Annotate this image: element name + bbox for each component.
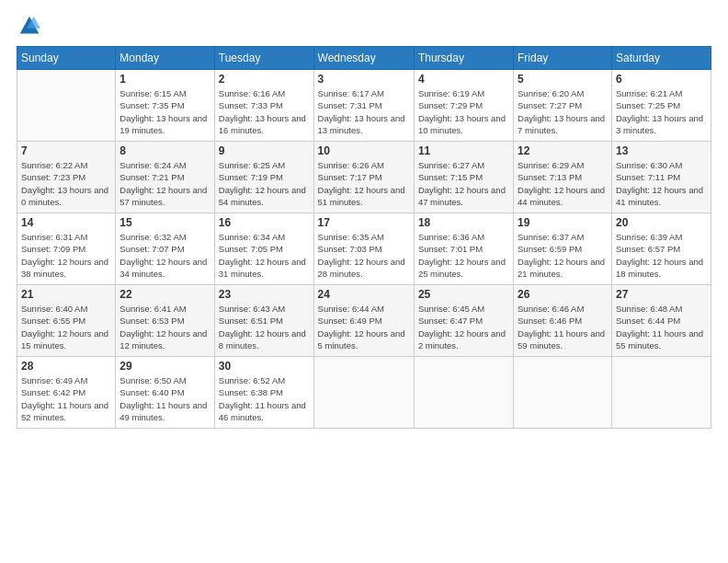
calendar-cell: 14Sunrise: 6:31 AMSunset: 7:09 PMDayligh… — [17, 213, 116, 285]
calendar-cell: 10Sunrise: 6:26 AMSunset: 7:17 PMDayligh… — [313, 142, 414, 213]
calendar-cell: 23Sunrise: 6:43 AMSunset: 6:51 PMDayligh… — [214, 285, 313, 357]
calendar-cell: 30Sunrise: 6:52 AMSunset: 6:38 PMDayligh… — [214, 357, 313, 429]
calendar-cell: 11Sunrise: 6:27 AMSunset: 7:15 PMDayligh… — [414, 142, 513, 213]
day-detail: Sunrise: 6:45 AMSunset: 6:47 PMDaylight:… — [418, 303, 509, 351]
weekday-header: Monday — [116, 47, 214, 70]
day-detail: Sunrise: 6:22 AMSunset: 7:23 PMDaylight:… — [21, 159, 111, 208]
day-detail: Sunrise: 6:40 AMSunset: 6:55 PMDaylight:… — [21, 303, 111, 351]
day-number: 27 — [616, 288, 707, 301]
day-number: 5 — [518, 73, 608, 86]
day-detail: Sunrise: 6:19 AMSunset: 7:29 PMDaylight:… — [418, 87, 509, 136]
day-detail: Sunrise: 6:34 AMSunset: 7:05 PMDaylight:… — [219, 231, 310, 280]
day-detail: Sunrise: 6:15 AMSunset: 7:35 PMDaylight:… — [119, 87, 210, 136]
weekday-header: Tuesday — [214, 47, 313, 70]
day-number: 6 — [616, 73, 707, 86]
weekday-header: Saturday — [611, 47, 711, 70]
calendar-header-row: SundayMondayTuesdayWednesdayThursdayFrid… — [17, 47, 711, 70]
day-number: 28 — [21, 360, 111, 373]
calendar-cell: 1Sunrise: 6:15 AMSunset: 7:35 PMDaylight… — [116, 70, 214, 142]
weekday-header: Sunday — [17, 47, 116, 70]
calendar-cell: 15Sunrise: 6:32 AMSunset: 7:07 PMDayligh… — [116, 213, 214, 285]
day-detail: Sunrise: 6:29 AMSunset: 7:13 PMDaylight:… — [518, 159, 608, 208]
day-detail: Sunrise: 6:46 AMSunset: 6:46 PMDaylight:… — [518, 303, 608, 351]
day-detail: Sunrise: 6:39 AMSunset: 6:57 PMDaylight:… — [616, 231, 707, 280]
calendar-week-row: 28Sunrise: 6:49 AMSunset: 6:42 PMDayligh… — [17, 357, 711, 429]
calendar-cell: 13Sunrise: 6:30 AMSunset: 7:11 PMDayligh… — [611, 142, 711, 213]
calendar-cell — [17, 70, 116, 142]
day-number: 18 — [418, 216, 509, 229]
calendar-cell: 19Sunrise: 6:37 AMSunset: 6:59 PMDayligh… — [514, 213, 612, 285]
day-detail: Sunrise: 6:30 AMSunset: 7:11 PMDaylight:… — [616, 159, 707, 208]
day-detail: Sunrise: 6:43 AMSunset: 6:51 PMDaylight:… — [219, 303, 310, 351]
day-number: 26 — [518, 288, 608, 301]
calendar-cell: 6Sunrise: 6:21 AMSunset: 7:25 PMDaylight… — [611, 70, 711, 142]
calendar-week-row: 7Sunrise: 6:22 AMSunset: 7:23 PMDaylight… — [17, 142, 711, 213]
day-detail: Sunrise: 6:17 AMSunset: 7:31 PMDaylight:… — [318, 87, 410, 136]
calendar-cell: 27Sunrise: 6:48 AMSunset: 6:44 PMDayligh… — [611, 285, 711, 357]
calendar-cell: 24Sunrise: 6:44 AMSunset: 6:49 PMDayligh… — [313, 285, 414, 357]
day-number: 30 — [219, 360, 310, 373]
day-detail: Sunrise: 6:21 AMSunset: 7:25 PMDaylight:… — [616, 87, 707, 136]
day-detail: Sunrise: 6:31 AMSunset: 7:09 PMDaylight:… — [21, 231, 111, 280]
calendar-cell — [611, 357, 711, 429]
page: SundayMondayTuesdayWednesdayThursdayFrid… — [0, 0, 728, 563]
calendar-cell: 25Sunrise: 6:45 AMSunset: 6:47 PMDayligh… — [414, 285, 513, 357]
day-number: 21 — [21, 288, 111, 301]
day-number: 23 — [219, 288, 310, 301]
calendar-cell: 29Sunrise: 6:50 AMSunset: 6:40 PMDayligh… — [116, 357, 214, 429]
day-number: 14 — [21, 216, 111, 229]
day-number: 29 — [119, 360, 210, 373]
day-number: 12 — [518, 144, 608, 157]
day-number: 19 — [518, 216, 608, 229]
day-detail: Sunrise: 6:48 AMSunset: 6:44 PMDaylight:… — [616, 303, 707, 351]
calendar-cell: 2Sunrise: 6:16 AMSunset: 7:33 PMDaylight… — [214, 70, 313, 142]
calendar-cell — [514, 357, 612, 429]
weekday-header: Thursday — [414, 47, 513, 70]
calendar-cell: 20Sunrise: 6:39 AMSunset: 6:57 PMDayligh… — [611, 213, 711, 285]
day-number: 16 — [219, 216, 310, 229]
day-detail: Sunrise: 6:41 AMSunset: 6:53 PMDaylight:… — [119, 303, 210, 351]
day-number: 24 — [318, 288, 410, 301]
day-detail: Sunrise: 6:50 AMSunset: 6:40 PMDaylight:… — [119, 374, 210, 423]
day-detail: Sunrise: 6:36 AMSunset: 7:01 PMDaylight:… — [418, 231, 509, 280]
calendar-cell: 16Sunrise: 6:34 AMSunset: 7:05 PMDayligh… — [214, 213, 313, 285]
day-detail: Sunrise: 6:32 AMSunset: 7:07 PMDaylight:… — [119, 231, 210, 280]
header — [17, 13, 711, 39]
day-number: 9 — [219, 144, 310, 157]
calendar-week-row: 14Sunrise: 6:31 AMSunset: 7:09 PMDayligh… — [17, 213, 711, 285]
day-detail: Sunrise: 6:20 AMSunset: 7:27 PMDaylight:… — [518, 87, 608, 136]
day-number: 13 — [616, 144, 707, 157]
day-detail: Sunrise: 6:25 AMSunset: 7:19 PMDaylight:… — [219, 159, 310, 208]
day-number: 20 — [616, 216, 707, 229]
calendar: SundayMondayTuesdayWednesdayThursdayFrid… — [17, 46, 711, 429]
day-number: 8 — [119, 144, 210, 157]
calendar-cell: 4Sunrise: 6:19 AMSunset: 7:29 PMDaylight… — [414, 70, 513, 142]
day-detail: Sunrise: 6:26 AMSunset: 7:17 PMDaylight:… — [318, 159, 410, 208]
day-number: 4 — [418, 73, 509, 86]
weekday-header: Wednesday — [313, 47, 414, 70]
day-number: 25 — [418, 288, 509, 301]
day-number: 11 — [418, 144, 509, 157]
day-detail: Sunrise: 6:24 AMSunset: 7:21 PMDaylight:… — [119, 159, 210, 208]
day-number: 17 — [318, 216, 410, 229]
day-detail: Sunrise: 6:52 AMSunset: 6:38 PMDaylight:… — [219, 374, 310, 423]
day-number: 2 — [219, 73, 310, 86]
calendar-cell: 3Sunrise: 6:17 AMSunset: 7:31 PMDaylight… — [313, 70, 414, 142]
day-detail: Sunrise: 6:49 AMSunset: 6:42 PMDaylight:… — [21, 374, 111, 423]
calendar-week-row: 1Sunrise: 6:15 AMSunset: 7:35 PMDaylight… — [17, 70, 711, 142]
logo — [17, 13, 46, 39]
calendar-cell: 22Sunrise: 6:41 AMSunset: 6:53 PMDayligh… — [116, 285, 214, 357]
calendar-cell: 18Sunrise: 6:36 AMSunset: 7:01 PMDayligh… — [414, 213, 513, 285]
day-number: 22 — [119, 288, 210, 301]
day-number: 7 — [21, 144, 111, 157]
day-number: 10 — [318, 144, 410, 157]
day-detail: Sunrise: 6:16 AMSunset: 7:33 PMDaylight:… — [219, 87, 310, 136]
calendar-cell — [313, 357, 414, 429]
calendar-cell: 21Sunrise: 6:40 AMSunset: 6:55 PMDayligh… — [17, 285, 116, 357]
day-detail: Sunrise: 6:44 AMSunset: 6:49 PMDaylight:… — [318, 303, 410, 351]
logo-icon — [17, 13, 42, 39]
calendar-cell: 8Sunrise: 6:24 AMSunset: 7:21 PMDaylight… — [116, 142, 214, 213]
calendar-cell: 17Sunrise: 6:35 AMSunset: 7:03 PMDayligh… — [313, 213, 414, 285]
day-detail: Sunrise: 6:37 AMSunset: 6:59 PMDaylight:… — [518, 231, 608, 280]
calendar-cell: 12Sunrise: 6:29 AMSunset: 7:13 PMDayligh… — [514, 142, 612, 213]
